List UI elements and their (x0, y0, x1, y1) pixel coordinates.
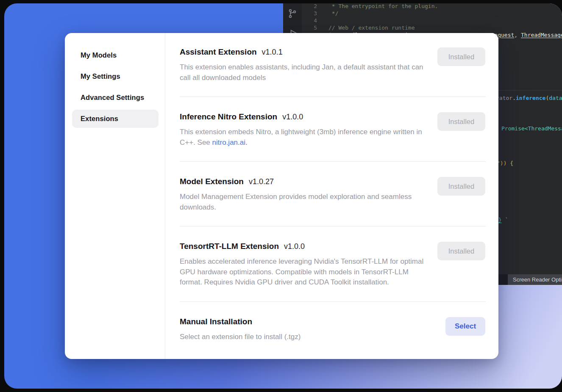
code-text: inference (516, 95, 545, 101)
code-fragment: ")) { (497, 160, 513, 166)
source-control-icon[interactable] (287, 8, 298, 20)
hero-background: 2 * The entrypoint for the plugin. 3 */ … (4, 3, 562, 389)
code-text: ThreadMessage (521, 32, 562, 38)
extension-description: Select an extension file to install (.tg… (180, 332, 430, 342)
extension-name: Inference Nitro Extension (180, 112, 277, 121)
screen-reader-optimized-badge[interactable]: Screen Reader Optimize (508, 274, 562, 285)
sidebar-item-my-settings[interactable]: My Settings (72, 67, 159, 86)
sidebar-item-my-models[interactable]: My Models (72, 46, 159, 64)
extension-description-text: Select an extension file to install (.tg… (180, 333, 300, 341)
extension-name: Manual Installation (180, 317, 252, 326)
sidebar-item-advanced-settings[interactable]: Advanced Settings (72, 88, 159, 107)
extension-row-inference-nitro: Inference Nitro Extensionv1.0.0 This ext… (180, 111, 486, 148)
code-line: 4 (302, 17, 562, 24)
extension-row-manual-installation: Manual Installation Select an extension … (180, 316, 486, 342)
row-divider (180, 97, 486, 97)
extension-description: Enables accelerated inference leveraging… (180, 257, 430, 288)
line-number: 2 (302, 3, 317, 10)
sidebar-item-label: Advanced Settings (81, 94, 144, 102)
extension-description-text: Model Management Extension provides mode… (180, 193, 412, 211)
line-number: 3 (302, 10, 317, 17)
code-text: . (512, 95, 516, 101)
extension-name: TensortRT-LLM Extension (180, 242, 279, 251)
row-divider (180, 301, 486, 302)
sidebar-item-label: My Settings (81, 72, 120, 80)
line-number: 4 (302, 17, 317, 24)
code-text: */ (328, 10, 338, 17)
sidebar-item-label: Extensions (81, 115, 118, 123)
extension-description: This extension enables assistants, inclu… (180, 62, 430, 83)
extension-version: v1.0.1 (262, 48, 283, 56)
code-fragment: rator.inference(data)); (496, 95, 562, 101)
extension-row-assistant: Assistant Extensionv1.0.1 This extension… (180, 47, 486, 83)
extensions-list: Assistant Extensionv1.0.1 This extension… (165, 33, 498, 359)
code-line: 5// Web / extension runtime (302, 24, 562, 31)
sidebar-item-extensions[interactable]: Extensions (72, 110, 159, 128)
code-text: data (549, 95, 562, 101)
code-fragment: Promise<ThreadMessage> (501, 125, 562, 132)
settings-sidebar: My Models My Settings Advanced Settings … (65, 33, 165, 359)
extension-name: Assistant Extension (180, 47, 257, 56)
code-line: 3 */ (302, 10, 562, 17)
extension-title: Manual Installation (180, 316, 486, 327)
installed-button[interactable]: Installed (437, 177, 485, 196)
row-divider (180, 226, 486, 226)
code-text: // Web / extension runtime (328, 25, 415, 31)
extension-version: v1.0.27 (249, 177, 274, 186)
extension-version: v1.0.0 (284, 242, 305, 251)
extension-description: This extension embeds Nitro, a lightweig… (180, 127, 430, 148)
select-extension-file-button[interactable]: Select (445, 317, 485, 336)
installed-button[interactable]: Installed (437, 47, 485, 66)
extension-name: Model Extension (180, 177, 244, 186)
row-divider (180, 161, 486, 162)
extension-row-model: Model Extensionv1.0.27 Model Management … (180, 176, 486, 213)
settings-modal: My Models My Settings Advanced Settings … (65, 33, 498, 359)
sidebar-item-label: My Models (81, 51, 117, 59)
code-text: , (514, 32, 521, 38)
code-line: 2 * The entrypoint for the plugin. (302, 3, 562, 10)
installed-button[interactable]: Installed (437, 112, 485, 131)
extension-version: v1.0.0 (282, 113, 303, 121)
extension-description-text: This extension enables assistants, inclu… (180, 63, 423, 82)
extension-description-text: Enables accelerated inference leveraging… (180, 257, 423, 286)
extension-row-tensorrt-llm: TensortRT-LLM Extensionv1.0.0 Enables ac… (180, 241, 486, 288)
code-text: ` (502, 217, 509, 223)
line-number: 5 (302, 24, 317, 31)
extension-description: Model Management Extension provides mode… (180, 192, 430, 213)
nitro-jan-ai-link[interactable]: nitro.jan.ai. (212, 138, 248, 146)
code-text: * The entrypoint for the plugin. (328, 3, 438, 9)
installed-button[interactable]: Installed (437, 242, 485, 260)
